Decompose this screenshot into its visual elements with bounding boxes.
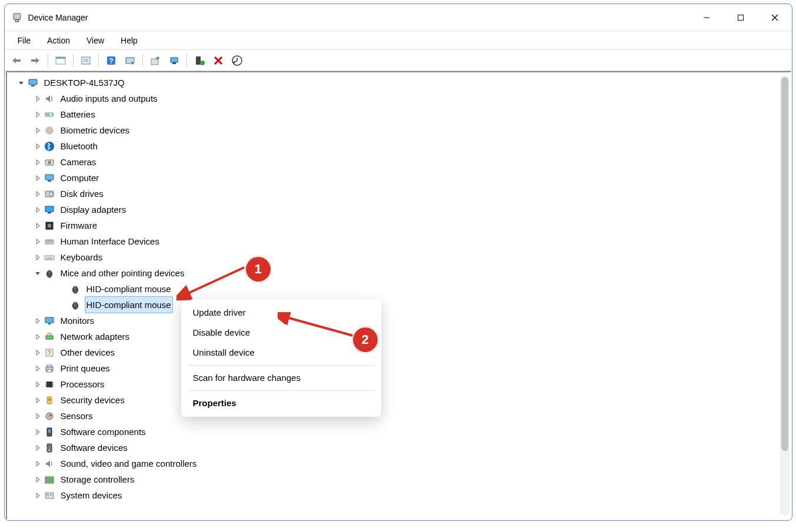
tree-category-13[interactable]: Network adapters xyxy=(7,329,791,344)
keyboard-icon xyxy=(44,252,55,263)
svg-rect-6 xyxy=(15,59,21,62)
tree-device-mouse-1[interactable]: HID-compliant mouse xyxy=(7,297,791,313)
show-hidden-button[interactable] xyxy=(52,52,69,69)
svg-rect-41 xyxy=(48,212,51,213)
chevron-down-icon[interactable] xyxy=(16,78,26,88)
tree-category-12[interactable]: Monitors xyxy=(7,313,791,329)
svg-rect-49 xyxy=(48,257,49,258)
chevron-right-icon[interactable] xyxy=(33,348,42,357)
chevron-right-icon[interactable] xyxy=(33,443,42,453)
tree-category-14[interactable]: ?Other devices xyxy=(7,344,791,360)
close-button[interactable] xyxy=(758,4,792,31)
chevron-right-icon[interactable] xyxy=(33,316,42,326)
tree-category-7[interactable]: Display adapters xyxy=(7,202,791,218)
computer-icon xyxy=(44,172,55,184)
chevron-right-icon[interactable] xyxy=(33,126,42,135)
chevron-right-icon[interactable] xyxy=(33,94,42,103)
chevron-right-icon[interactable] xyxy=(33,253,42,262)
tree-category-22[interactable]: Storage controllers xyxy=(7,471,791,487)
window-title: Device Manager xyxy=(28,13,88,22)
tree-category-21[interactable]: Sound, video and game controllers xyxy=(7,456,791,471)
annotation-marker-2: 2 xyxy=(352,326,379,353)
enable-device-icon xyxy=(194,55,205,66)
uninstall-device-button[interactable] xyxy=(166,52,182,69)
chevron-right-icon[interactable] xyxy=(33,427,42,437)
tree-category-20[interactable]: Software devices xyxy=(7,440,791,456)
tree-category-15[interactable]: Print queues xyxy=(7,360,791,376)
tree-category-6[interactable]: Disk drives xyxy=(7,186,791,202)
forward-button[interactable] xyxy=(27,52,44,69)
tree-category-9[interactable]: Human Interface Devices xyxy=(7,233,791,249)
chevron-right-icon[interactable] xyxy=(33,364,42,373)
maximize-button[interactable] xyxy=(724,4,758,31)
tree-category-1[interactable]: Batteries xyxy=(7,106,791,122)
chevron-right-icon[interactable] xyxy=(33,158,42,167)
tree-category-8[interactable]: Firmware xyxy=(7,218,791,233)
menubar: File Action View Help xyxy=(5,31,792,50)
svg-point-16 xyxy=(131,61,134,65)
tree-category-11[interactable]: Mice and other pointing devices xyxy=(7,265,791,281)
chevron-right-icon[interactable] xyxy=(33,205,42,215)
tree-category-16[interactable]: Processors xyxy=(7,376,791,392)
context-uninstall-device[interactable]: Uninstall device xyxy=(181,343,381,363)
add-legacy-button[interactable] xyxy=(229,52,245,69)
chevron-right-icon[interactable] xyxy=(33,459,42,469)
vertical-scrollbar[interactable] xyxy=(780,76,790,516)
software-device-icon xyxy=(44,442,55,454)
device-tree[interactable]: DESKTOP-4L537JQAudio inputs and outputsB… xyxy=(7,72,791,519)
tree-category-18[interactable]: Sensors xyxy=(7,408,791,424)
tree-node-label: System devices xyxy=(59,487,124,504)
chevron-right-icon[interactable] xyxy=(33,475,42,484)
toolbar-separator xyxy=(142,54,143,67)
tree-category-2[interactable]: Biometric devices xyxy=(7,122,791,138)
help-button[interactable]: ? xyxy=(103,52,119,69)
chevron-right-icon[interactable] xyxy=(33,173,42,183)
chevron-right-icon[interactable] xyxy=(33,332,42,342)
chevron-right-icon[interactable] xyxy=(33,396,42,405)
menu-view[interactable]: View xyxy=(78,34,112,48)
context-properties[interactable]: Properties xyxy=(181,393,381,413)
app-icon xyxy=(12,12,22,23)
sound-icon xyxy=(44,458,55,470)
tree-category-4[interactable]: Cameras xyxy=(7,154,791,170)
chevron-right-icon[interactable] xyxy=(33,189,42,199)
back-button[interactable] xyxy=(8,52,25,69)
chevron-right-icon[interactable] xyxy=(33,411,42,421)
tree-category-3[interactable]: Bluetooth xyxy=(7,138,791,154)
chevron-right-icon[interactable] xyxy=(33,221,42,230)
tree-device-mouse-0[interactable]: HID-compliant mouse xyxy=(7,281,791,297)
tree-category-10[interactable]: Keyboards xyxy=(7,249,791,265)
scrollbar-thumb[interactable] xyxy=(781,77,788,451)
svg-rect-20 xyxy=(196,56,201,65)
add-legacy-icon xyxy=(232,55,242,66)
chevron-right-icon[interactable] xyxy=(33,237,42,246)
chevron-right-icon[interactable] xyxy=(33,380,42,389)
svg-rect-28 xyxy=(52,113,54,115)
tree-category-17[interactable]: Security devices xyxy=(7,392,791,408)
scan-hardware-button[interactable] xyxy=(122,52,138,69)
chevron-right-icon[interactable] xyxy=(33,110,42,119)
tree-category-5[interactable]: Computer xyxy=(7,170,791,186)
enable-device-button[interactable] xyxy=(191,52,208,69)
tree-root[interactable]: DESKTOP-4L537JQ xyxy=(7,75,791,91)
menu-file[interactable]: File xyxy=(9,34,39,48)
tree-category-0[interactable]: Audio inputs and outputs xyxy=(7,91,791,106)
minimize-button[interactable] xyxy=(690,4,724,31)
svg-point-81 xyxy=(48,449,50,451)
menu-help[interactable]: Help xyxy=(112,34,146,48)
tree-category-19[interactable]: Software components xyxy=(7,424,791,440)
tree-category-23[interactable]: System devices xyxy=(7,487,791,503)
context-scan-hardware[interactable]: Scan for hardware changes xyxy=(181,368,381,388)
menu-action[interactable]: Action xyxy=(39,34,78,48)
update-driver-button[interactable] xyxy=(147,52,164,69)
disk-icon xyxy=(44,188,55,200)
chevron-down-icon[interactable] xyxy=(33,269,42,278)
chevron-right-icon[interactable] xyxy=(33,491,42,500)
properties-button[interactable] xyxy=(78,52,94,69)
tree-node-label: Storage controllers xyxy=(59,471,136,488)
toolbar-separator xyxy=(73,54,74,67)
chevron-right-icon[interactable] xyxy=(33,142,42,151)
disable-device-button[interactable] xyxy=(210,52,227,69)
tree-node-label: Display adapters xyxy=(59,201,128,218)
svg-point-76 xyxy=(48,399,51,401)
